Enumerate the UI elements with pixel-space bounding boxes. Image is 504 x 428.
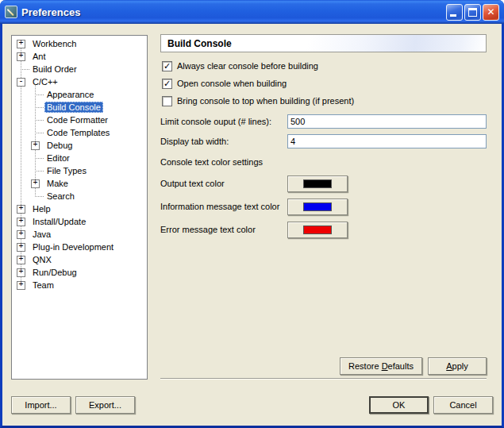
tree-item-build-order[interactable]: Build Order <box>12 63 147 75</box>
minimize-button[interactable] <box>446 4 463 21</box>
information-text-color-row: Information message text color <box>160 198 487 215</box>
limit-console-output-input[interactable] <box>287 114 487 129</box>
expand-plus-icon[interactable]: + <box>31 179 40 188</box>
limit-console-output-label: Limit console ouput (# lines): <box>160 117 287 126</box>
close-button[interactable]: ✕ <box>483 4 499 21</box>
tree-item-make[interactable]: +Make <box>12 177 147 190</box>
error-text-color-label: Error message text color <box>160 225 287 234</box>
tree-item-ant[interactable]: +Ant <box>12 50 147 63</box>
panel-title: Build Console <box>167 38 232 49</box>
expand-plus-icon[interactable]: + <box>17 205 25 214</box>
build-console-panel: Build Console ✓ Always clear console bef… <box>160 34 487 238</box>
tree-item-workbench[interactable]: +Workbench <box>12 37 147 50</box>
display-tab-width-row: Display tab width: <box>160 131 487 151</box>
import-button[interactable]: Import... <box>11 396 71 414</box>
tree-item-debug[interactable]: +Debug <box>12 139 147 152</box>
display-tab-width-input[interactable] <box>287 134 487 148</box>
panel-button-row: Restore Defaults Apply <box>160 357 487 375</box>
tree-connector <box>35 171 44 172</box>
information-text-color-button[interactable] <box>287 199 348 215</box>
tree-item-java[interactable]: +Java <box>12 228 147 241</box>
tree-connector <box>35 196 44 197</box>
tree-connector <box>35 133 44 133</box>
ok-button[interactable]: OK <box>369 396 429 414</box>
collapse-minus-icon[interactable]: - <box>17 78 25 87</box>
cancel-button[interactable]: Cancel <box>433 396 493 414</box>
checkbox-unchecked-icon[interactable] <box>162 96 172 106</box>
expand-plus-icon[interactable]: + <box>17 268 25 277</box>
app-icon <box>5 6 17 18</box>
tree-item-install-update[interactable]: +Install/Update <box>12 215 147 228</box>
blue-color-swatch <box>303 202 332 211</box>
expand-plus-icon[interactable]: + <box>17 230 25 239</box>
tree-connector <box>35 158 44 159</box>
error-text-color-row: Error message text color <box>160 221 487 238</box>
expand-plus-icon[interactable]: + <box>17 40 25 48</box>
checkbox-open-console[interactable]: ✓ Open console when building <box>160 75 487 91</box>
minimize-icon <box>450 14 456 17</box>
export-button[interactable]: Export... <box>75 396 135 414</box>
expand-plus-icon[interactable]: + <box>17 256 25 264</box>
output-text-color-label: Output text color <box>160 179 287 188</box>
red-color-swatch <box>303 226 332 234</box>
tree-connector <box>21 69 30 70</box>
footer-separator <box>160 378 487 380</box>
expand-plus-icon[interactable]: + <box>17 218 25 226</box>
expand-plus-icon[interactable]: + <box>17 52 25 61</box>
display-tab-width-label: Display tab width: <box>160 137 287 146</box>
title-bar[interactable]: Preferences ✕ <box>0 0 504 24</box>
output-text-color-button[interactable] <box>287 175 348 192</box>
tree-item-file-types[interactable]: File Types <box>12 164 147 177</box>
tree-item-code-formatter[interactable]: Code Formatter <box>12 114 147 126</box>
dialog-content: +Workbench +Ant Build Order -C/C++ Appea… <box>2 24 502 426</box>
panel-header: Build Console <box>160 34 487 52</box>
maximize-icon <box>468 8 477 17</box>
tree-item-run-debug[interactable]: +Run/Debug <box>12 266 147 279</box>
checkbox-bring-console-to-top[interactable]: Bring console to top when building (if p… <box>160 93 487 109</box>
tree-item-appearance[interactable]: Appearance <box>12 88 147 101</box>
error-text-color-button[interactable] <box>287 222 348 238</box>
tree-connector <box>35 94 44 95</box>
preferences-tree: +Workbench +Ant Build Order -C/C++ Appea… <box>11 35 148 380</box>
tree-item-editor[interactable]: Editor <box>12 152 147 164</box>
restore-defaults-button[interactable]: Restore Defaults <box>340 357 422 375</box>
apply-button[interactable]: Apply <box>428 357 487 375</box>
console-color-settings-label: Console text color settings <box>160 155 487 169</box>
tree-item-help[interactable]: +Help <box>12 202 147 215</box>
tree-connector <box>35 107 44 108</box>
limit-console-output-row: Limit console ouput (# lines): <box>160 111 487 131</box>
tree-item-build-console[interactable]: Build Console <box>12 101 147 114</box>
checkbox-checked-icon[interactable]: ✓ <box>162 79 172 89</box>
expand-plus-icon[interactable]: + <box>31 141 40 150</box>
output-text-color-row: Output text color <box>160 175 487 192</box>
tree-connector <box>35 120 44 121</box>
tree-item-search[interactable]: Search <box>12 190 147 202</box>
maximize-button[interactable] <box>464 4 481 21</box>
preferences-window: Preferences ✕ +Workbench +Ant Build Orde… <box>0 0 504 428</box>
close-icon: ✕ <box>483 5 498 20</box>
checkbox-checked-icon[interactable]: ✓ <box>162 61 172 71</box>
information-text-color-label: Information message text color <box>160 202 287 211</box>
black-color-swatch <box>303 179 332 188</box>
expand-plus-icon[interactable]: + <box>17 243 25 252</box>
checkbox-always-clear-console[interactable]: ✓ Always clear console before building <box>160 58 487 74</box>
tree-item-plug-in-development[interactable]: +Plug-in Development <box>12 241 147 253</box>
tree-item-code-templates[interactable]: Code Templates <box>12 126 147 139</box>
tree-item-qnx[interactable]: +QNX <box>12 253 147 266</box>
expand-plus-icon[interactable]: + <box>17 281 25 290</box>
tree-item-c-cpp[interactable]: -C/C++ <box>12 75 147 88</box>
tree-item-team[interactable]: +Team <box>12 279 147 291</box>
window-title: Preferences <box>21 6 444 18</box>
